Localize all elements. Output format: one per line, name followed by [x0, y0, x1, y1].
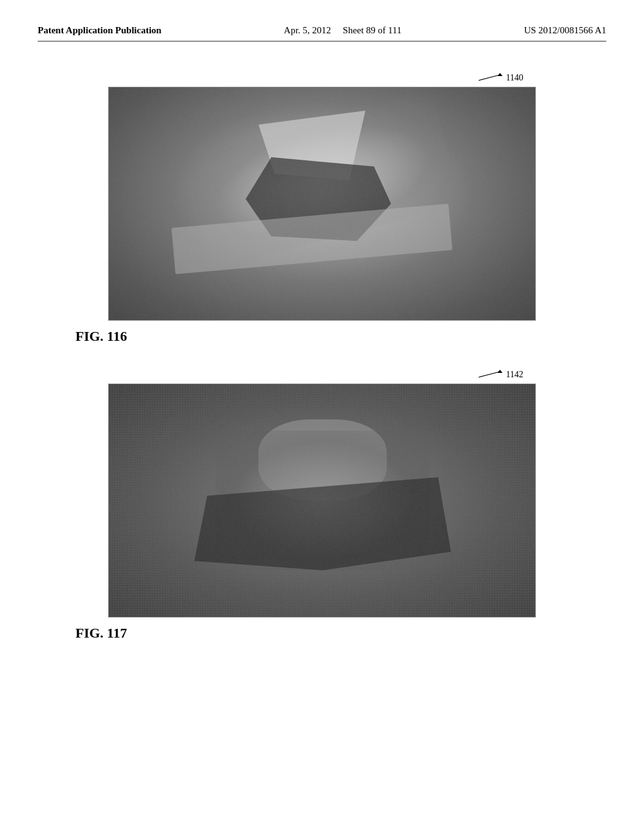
- fig116-reference-tag: 1140: [479, 73, 523, 83]
- publication-date: Apr. 5, 2012 Sheet 89 of 111: [284, 25, 401, 36]
- fig116-image-content: [109, 87, 536, 320]
- publication-number: US 2012/0081566 A1: [524, 25, 606, 36]
- figure-117-section: 1142 FIG. 117: [38, 370, 606, 641]
- date-text: Apr. 5, 2012: [284, 25, 331, 35]
- fig117-caption: FIG. 117: [75, 625, 127, 641]
- svg-line-2: [479, 372, 500, 377]
- fig116-grain-overlay: [109, 87, 536, 320]
- fig117-image-content: [109, 384, 536, 617]
- fig117-reference-number: 1142: [506, 370, 523, 380]
- page-header: Patent Application Publication Apr. 5, 2…: [38, 25, 606, 42]
- page-container: Patent Application Publication Apr. 5, 2…: [0, 0, 644, 830]
- fig116-ref-row: 1140: [108, 73, 536, 83]
- fig116-image: [108, 87, 536, 321]
- svg-marker-1: [497, 73, 502, 76]
- fig117-reference-tag: 1142: [479, 370, 523, 380]
- svg-line-0: [479, 75, 500, 80]
- svg-marker-3: [497, 370, 502, 373]
- figure-116-section: 1140 FIG. 116: [38, 73, 606, 345]
- fig116-arrow-icon: [479, 73, 504, 83]
- page-content: 1140 FIG. 116: [38, 60, 606, 667]
- fig116-caption: FIG. 116: [75, 328, 127, 345]
- fig117-ref-row: 1142: [108, 370, 536, 380]
- publication-title: Patent Application Publication: [38, 25, 162, 36]
- fig116-reference-number: 1140: [506, 73, 523, 83]
- fig117-arrow-icon: [479, 370, 504, 380]
- sheet-text: Sheet 89 of 111: [343, 25, 401, 35]
- fig117-grain-overlay: [109, 384, 536, 617]
- fig117-image: [108, 384, 536, 617]
